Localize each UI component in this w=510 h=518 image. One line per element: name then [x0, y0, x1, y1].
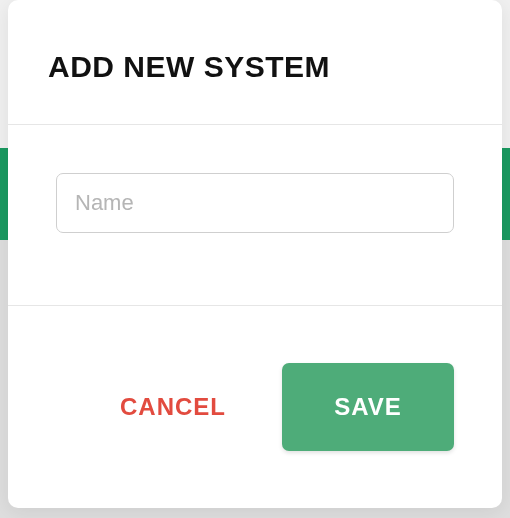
- modal-body: [8, 124, 502, 306]
- modal-header: ADD NEW SYSTEM: [8, 0, 502, 124]
- modal-footer: CANCEL SAVE: [8, 306, 502, 508]
- modal-title: ADD NEW SYSTEM: [48, 50, 462, 84]
- add-system-modal: ADD NEW SYSTEM CANCEL SAVE: [8, 0, 502, 508]
- save-button[interactable]: SAVE: [282, 363, 454, 451]
- cancel-button[interactable]: CANCEL: [120, 393, 226, 421]
- system-name-input[interactable]: [56, 173, 454, 233]
